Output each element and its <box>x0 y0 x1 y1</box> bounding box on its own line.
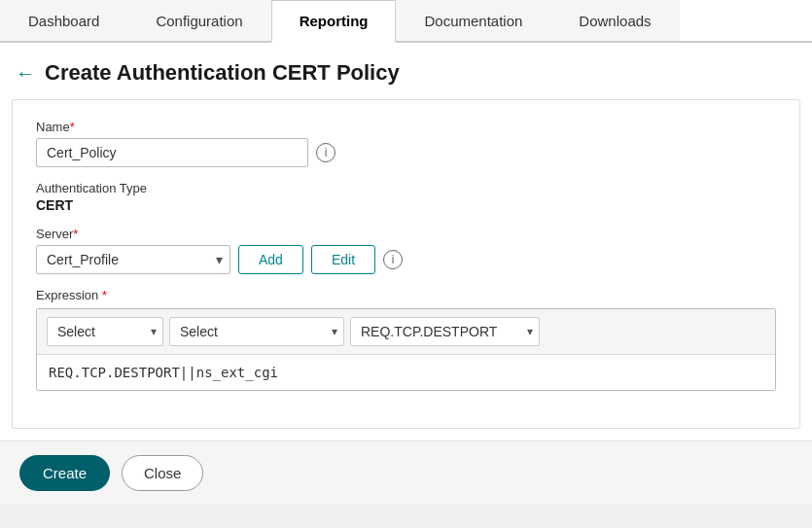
auth-type-row: Authentication Type CERT <box>36 181 776 213</box>
expression-field-row: Expression * Select Select <box>36 288 776 391</box>
expr-select3-wrap: REQ.TCP.DESTPORT <box>350 317 540 346</box>
expression-value: REQ.TCP.DESTPORT||ns_ext_cgi <box>37 355 775 390</box>
tab-documentation[interactable]: Documentation <box>396 0 550 41</box>
create-button[interactable]: Create <box>19 455 110 491</box>
server-controls-row: Cert_Profile Add Edit i <box>36 245 776 274</box>
tab-configuration[interactable]: Configuration <box>127 0 270 41</box>
auth-type-value: CERT <box>36 197 776 213</box>
name-info-icon[interactable]: i <box>316 143 335 162</box>
name-field-row: Name* i <box>36 120 776 167</box>
add-button[interactable]: Add <box>238 245 303 274</box>
expr-select2-wrap: Select <box>169 317 344 346</box>
server-select-wrap: Cert_Profile <box>36 245 230 274</box>
server-select[interactable]: Cert_Profile <box>36 245 230 274</box>
footer-actions: Create Close <box>0 440 812 505</box>
nav-bar: Dashboard Configuration Reporting Docume… <box>0 0 812 43</box>
close-button[interactable]: Close <box>122 455 203 491</box>
expr-select-1[interactable]: Select <box>47 317 163 346</box>
back-arrow-icon[interactable]: ← <box>16 62 35 85</box>
expr-select1-wrap: Select <box>47 317 163 346</box>
server-info-icon[interactable]: i <box>383 250 403 269</box>
expr-select-2[interactable]: Select <box>169 317 344 346</box>
page-content: ← Create Authentication CERT Policy Name… <box>0 43 812 505</box>
edit-button[interactable]: Edit <box>311 245 375 274</box>
server-label: Server* <box>36 227 776 241</box>
server-field-row: Server* Cert_Profile Add Edit i <box>36 227 776 274</box>
expression-block: Select Select REQ.TCP.DESTPORT REQ. <box>36 308 776 391</box>
expression-label: Expression * <box>36 288 776 302</box>
tab-downloads[interactable]: Downloads <box>550 0 679 41</box>
form-container: Name* i Authentication Type CERT Server*… <box>12 99 800 429</box>
tab-dashboard[interactable]: Dashboard <box>0 0 127 41</box>
tab-reporting[interactable]: Reporting <box>271 0 397 43</box>
expr-select-3[interactable]: REQ.TCP.DESTPORT <box>350 317 540 346</box>
auth-type-label: Authentication Type <box>36 181 776 195</box>
name-input[interactable] <box>36 138 308 167</box>
page-header: ← Create Authentication CERT Policy <box>0 43 812 99</box>
name-label: Name* <box>36 120 776 134</box>
expression-selects-row: Select Select REQ.TCP.DESTPORT <box>37 309 775 355</box>
page-title: Create Authentication CERT Policy <box>45 60 400 86</box>
name-input-row: i <box>36 138 776 167</box>
